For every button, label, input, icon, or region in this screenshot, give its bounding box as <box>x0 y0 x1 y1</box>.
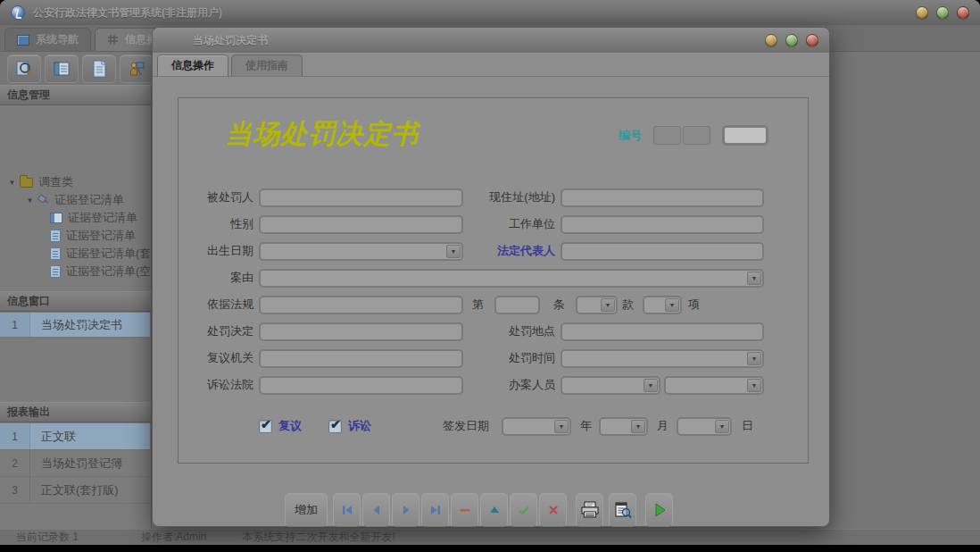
tree-label: 证据登记清单(空 <box>66 263 150 280</box>
first-record-button[interactable] <box>333 493 361 527</box>
dialog-tab-info-operation[interactable]: 信息操作 <box>157 54 228 76</box>
record-toolbar: 增加 <box>285 492 675 528</box>
handler2-select[interactable]: ▼ <box>664 376 764 395</box>
dialog-title: 当场处罚决定书 <box>193 33 268 48</box>
court-input[interactable] <box>259 376 463 395</box>
birth-date-select[interactable]: ▼ <box>259 242 463 261</box>
next-record-button[interactable] <box>392 493 419 527</box>
prev-record-button[interactable] <box>362 493 390 527</box>
maximize-button[interactable] <box>936 6 949 19</box>
work-unit-input[interactable] <box>561 215 764 234</box>
review-organ-input[interactable] <box>259 349 463 368</box>
chevron-down-icon[interactable]: ▼ <box>601 298 615 312</box>
reconsideration-checkbox[interactable] <box>259 420 272 433</box>
user-button[interactable] <box>120 54 154 83</box>
minimize-button[interactable] <box>916 6 928 19</box>
chevron-down-icon[interactable]: ▼ <box>7 179 17 187</box>
document-button[interactable] <box>82 54 116 83</box>
form-row-3: 出生日期 ▼ 法定代表人 <box>179 238 808 264</box>
number-box-1[interactable] <box>653 126 681 145</box>
print-icon <box>580 501 600 519</box>
dialog-tab-user-guide[interactable]: 使用指南 <box>231 54 303 76</box>
review-organ-label: 复议机关 <box>179 350 253 366</box>
app-logo-icon <box>11 5 25 20</box>
item-select[interactable]: ▼ <box>643 296 682 314</box>
chevron-down-icon[interactable]: ▼ <box>644 379 658 392</box>
edit-record-button[interactable] <box>480 493 508 527</box>
clause-select[interactable]: ▼ <box>576 296 618 314</box>
chevron-down-icon[interactable]: ▼ <box>747 379 761 392</box>
print-preview-button[interactable] <box>609 493 636 527</box>
chevron-down-icon[interactable]: ▼ <box>25 197 35 205</box>
penalty-time-select[interactable]: ▼ <box>561 349 764 368</box>
tree-label: 证据登记清单 <box>54 192 124 208</box>
cancel-button[interactable] <box>539 493 567 527</box>
run-button[interactable] <box>645 493 673 527</box>
first-record-icon <box>340 503 354 517</box>
section-header-report-output: 报表输出 <box>0 402 151 422</box>
form-row-5: 依据法规 第 条 ▼ 款 ▼ 项 <box>179 291 808 318</box>
issue-day-select[interactable]: ▼ <box>677 417 732 436</box>
legal-representative-input[interactable] <box>561 242 764 261</box>
legal-basis-input[interactable] <box>259 296 463 314</box>
tree-item-doc[interactable]: 证据登记清单 <box>0 227 150 245</box>
search-button[interactable] <box>7 54 41 83</box>
dialog-close-button[interactable] <box>806 34 818 46</box>
list-item[interactable]: 1 正文联 <box>0 423 150 450</box>
chevron-down-icon[interactable]: ▼ <box>747 352 761 365</box>
form-row-6: 处罚决定 处罚地点 <box>179 318 808 345</box>
add-button[interactable]: 增加 <box>285 493 328 527</box>
case-cause-label: 案由 <box>179 270 253 286</box>
work-unit-label: 工作单位 <box>463 216 555 232</box>
form-row-7: 复议机关 处罚时间 ▼ <box>179 345 808 372</box>
section-title: 报表输出 <box>7 405 50 420</box>
issue-year-select[interactable]: ▼ <box>502 417 571 436</box>
litigation-checkbox[interactable] <box>328 420 342 433</box>
tree-item-group[interactable]: ▼ 证据登记清单 <box>0 191 150 209</box>
tree-item-category[interactable]: ▼ 调查类 <box>0 173 150 191</box>
list-item[interactable]: 3 正文联(套打版) <box>0 477 150 504</box>
print-button[interactable] <box>576 493 603 527</box>
row-label: 当场处罚登记簿 <box>30 456 122 472</box>
issue-month-select[interactable]: ▼ <box>599 417 648 436</box>
dialog-maximize-button[interactable] <box>785 34 798 46</box>
penalized-person-input[interactable] <box>259 188 463 207</box>
row-label: 正文联(套打版) <box>30 482 119 498</box>
record-count: 当前记录数 1 <box>16 530 79 545</box>
chevron-down-icon[interactable]: ▼ <box>631 420 645 433</box>
tab-system-navigation[interactable]: 系统导航 <box>4 28 91 51</box>
chevron-down-icon[interactable]: ▼ <box>446 245 461 258</box>
close-button[interactable] <box>957 6 969 19</box>
chevron-down-icon[interactable]: ▼ <box>747 272 761 285</box>
handler1-select[interactable]: ▼ <box>561 376 660 395</box>
operator: 操作者:Admin <box>141 530 206 545</box>
case-cause-select[interactable]: ▼ <box>259 269 764 288</box>
list-item[interactable]: 2 当场处罚登记簿 <box>0 450 150 477</box>
number-box-3[interactable] <box>722 125 768 146</box>
chevron-down-icon[interactable]: ▼ <box>554 420 569 433</box>
sidebar: 信息管理 ▼ 调查类 ▼ 证据登记清单 证据登记清单 <box>0 85 152 529</box>
delete-record-button[interactable] <box>451 493 478 527</box>
article-number-input[interactable] <box>494 296 540 314</box>
chevron-down-icon[interactable]: ▼ <box>665 298 679 312</box>
tree-item-doc[interactable]: 证据登记清单 <box>0 209 150 227</box>
penalty-place-input[interactable] <box>561 322 764 341</box>
court-label: 诉讼法院 <box>179 377 253 393</box>
dialog-minimize-button[interactable] <box>765 34 777 46</box>
list-item[interactable]: 1 当场处罚决定书 <box>0 313 150 338</box>
current-address-input[interactable] <box>561 188 764 207</box>
list-view-button[interactable] <box>45 54 79 83</box>
chevron-down-icon[interactable]: ▼ <box>715 420 729 433</box>
form-row-4: 案由 ▼ <box>179 264 808 291</box>
last-record-button[interactable] <box>421 493 449 527</box>
clause-label: 款 <box>622 297 634 313</box>
tree-item-doc[interactable]: 证据登记清单(空 <box>0 263 150 280</box>
number-box-2[interactable] <box>683 126 710 145</box>
tree-item-doc[interactable]: 证据登记清单(套 <box>0 245 150 263</box>
gender-input[interactable] <box>259 215 463 234</box>
main-window-controls <box>916 6 969 19</box>
row-number: 1 <box>0 423 30 449</box>
penalty-decision-input[interactable] <box>259 322 463 341</box>
form-title: 当场处罚决定书 <box>225 116 419 153</box>
confirm-button[interactable] <box>510 493 537 527</box>
